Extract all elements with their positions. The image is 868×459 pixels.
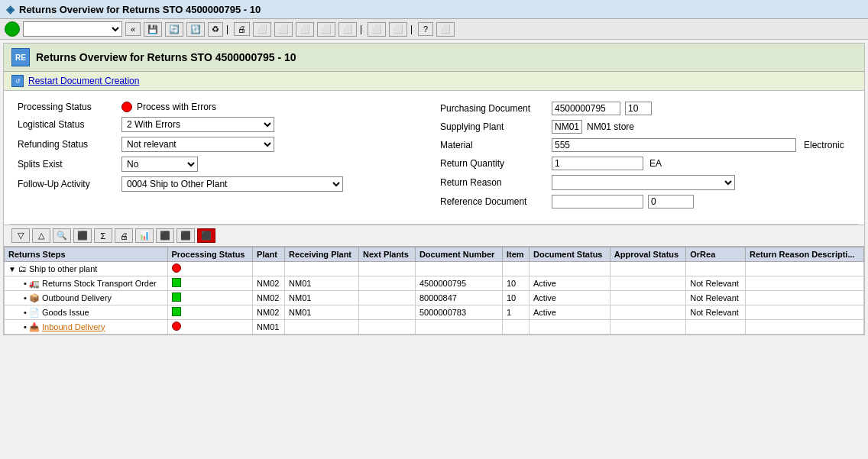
tb2-layout-btn[interactable]: ⬛: [156, 228, 174, 243]
toolbar-btn-b5[interactable]: ⬜: [338, 22, 357, 37]
return-qty-input[interactable]: [552, 157, 643, 170]
doc-num-cell-goods: 5000000783: [415, 305, 502, 320]
inbound-delivery-link[interactable]: Inbound Delivery: [42, 322, 105, 331]
supplying-plant-label: Supplying Plant: [440, 121, 547, 132]
orrea-cell-parent: [686, 262, 746, 276]
toolbar-btn-refresh1[interactable]: 🔄: [165, 22, 183, 37]
page-header-icon-text: RE: [15, 53, 26, 62]
row-icon-outbound: 📦: [29, 293, 40, 302]
toolbar-btn-b1[interactable]: ⬜: [253, 22, 271, 37]
toolbar-btn-b2[interactable]: ⬜: [274, 22, 293, 37]
tb2-filter-btn[interactable]: ▽: [11, 228, 30, 243]
refunding-status-row: Refunding Status Not relevant: [18, 137, 428, 152]
recv-plant-cell-outbound: NM01: [285, 291, 359, 305]
logistical-status-select[interactable]: 2 With Errors: [121, 117, 274, 132]
toolbar-btn-rewind[interactable]: «: [125, 22, 141, 36]
step-cell-outbound: • 📦 Outbound Delivery: [5, 291, 168, 305]
toolbar-btn-refresh2[interactable]: 🔃: [186, 22, 205, 37]
tb2-find-btn[interactable]: 🔍: [53, 228, 71, 243]
page-title: Returns Overview for Returns STO 4500000…: [36, 51, 296, 63]
status-cell-goods: [167, 305, 253, 320]
col-next-plants: Next Plants: [358, 247, 415, 262]
return-reason-select[interactable]: [552, 175, 735, 190]
purchasing-doc-input1[interactable]: [552, 102, 620, 115]
next-plants-cell-sto: [358, 276, 415, 291]
toolbar-btn-custom[interactable]: ⬜: [436, 22, 455, 37]
reference-doc-label: Reference Document: [440, 196, 547, 207]
toolbar-sep3: |: [410, 24, 415, 34]
table-row: • 📄 Goods Issue NM02 NM01 5000000783 1 A…: [5, 305, 864, 320]
toolbar-dropdown[interactable]: [23, 21, 122, 37]
supplying-plant-row: Supplying Plant NM01 store: [440, 120, 850, 134]
approval-cell-goods: [610, 305, 685, 320]
page-header: RE Returns Overview for Returns STO 4500…: [4, 44, 864, 72]
form-right: Purchasing Document Supplying Plant NM01…: [434, 99, 857, 216]
supplying-plant-code-input[interactable]: [552, 120, 582, 134]
tb2-sort-btn[interactable]: ⬛: [73, 228, 92, 243]
tb2-stop-btn[interactable]: ⬛: [197, 228, 215, 243]
status-dot-red-inbound: [172, 322, 181, 331]
row-icon-table: 🗂: [18, 264, 27, 273]
processing-status-row: Processing Status Process with Errors: [18, 102, 428, 112]
follow-up-select[interactable]: 0004 Ship to Other Plant: [121, 176, 343, 192]
material-input[interactable]: [552, 138, 796, 152]
toolbar-btn-b3[interactable]: ⬜: [296, 22, 314, 37]
step-indent4: [8, 322, 24, 331]
reference-doc-input2[interactable]: [648, 195, 694, 208]
main-content: RE Returns Overview for Returns STO 4500…: [3, 43, 865, 335]
col-doc-status: Document Status: [530, 247, 611, 262]
status-cell-inbound: [167, 320, 253, 335]
tb2-export-btn[interactable]: 📊: [135, 228, 154, 243]
toolbar-btn-print[interactable]: 🖨: [234, 22, 250, 36]
return-qty-unit: EA: [649, 158, 662, 169]
tb2-subtotal-btn[interactable]: Σ: [94, 228, 112, 243]
doc-status-cell-parent: [530, 262, 611, 276]
step-indent2: [8, 293, 24, 302]
page-header-icon: RE: [11, 48, 30, 66]
toolbar-btn-help[interactable]: ?: [418, 22, 433, 36]
row-icon-sto: 🚛: [29, 279, 40, 288]
toolbar-btn-refresh3[interactable]: ♻: [208, 22, 223, 37]
main-toolbar: « 💾 🔄 🔃 ♻ | 🖨 ⬜ ⬜ ⬜ ⬜ ⬜ | ⬜ ⬜ | ? ⬜: [0, 19, 868, 40]
returns-table-container: Returns Steps Processing Status Plant Re…: [4, 247, 864, 335]
reference-doc-input1[interactable]: [552, 195, 643, 208]
restart-document-button[interactable]: Restart Document Creation: [28, 76, 139, 86]
purchasing-doc-input2[interactable]: [625, 102, 652, 115]
doc-num-cell-sto: 4500000795: [415, 276, 502, 291]
col-approval-status: Approval Status: [610, 247, 685, 262]
approval-cell-outbound: [610, 291, 685, 305]
tb2-print-btn[interactable]: 🖨: [115, 228, 133, 243]
toolbar-btn-save[interactable]: 💾: [144, 22, 162, 37]
col-orrea: OrRea: [686, 247, 746, 262]
reference-doc-row: Reference Document: [440, 195, 850, 208]
tb2-expand-btn[interactable]: ⬛: [177, 228, 195, 243]
next-plants-cell-goods: [358, 305, 415, 320]
status-cell-sto: [167, 276, 253, 291]
row-icon-inbound: 📥: [29, 322, 40, 331]
material-row: Material Electronic: [440, 138, 850, 152]
step-label-goods: Goods Issue: [42, 308, 89, 317]
step-cell-parent: ▼ 🗂 Ship to other plant: [5, 262, 168, 276]
toolbar-btn-c2[interactable]: ⬜: [389, 22, 407, 37]
doc-status-cell-inbound: [530, 320, 611, 335]
item-cell-outbound: 10: [502, 291, 529, 305]
expand-icon[interactable]: ▼: [8, 265, 16, 273]
form-area: Processing Status Process with Errors Lo…: [4, 91, 864, 224]
toolbar-btn-b4[interactable]: ⬜: [317, 22, 335, 37]
doc-status-cell-goods: Active: [530, 305, 611, 320]
col-return-reason-desc: Return Reason Descripti...: [746, 247, 864, 262]
rr-desc-cell-goods: [746, 305, 864, 320]
doc-num-cell-parent: [415, 262, 502, 276]
orrea-cell-inbound: [686, 320, 746, 335]
toolbar-btn-c1[interactable]: ⬜: [368, 22, 386, 37]
table-header-row: Returns Steps Processing Status Plant Re…: [5, 247, 864, 262]
action-row: ↺ Restart Document Creation: [4, 72, 864, 91]
status-dot-red: [172, 263, 181, 273]
refunding-status-select[interactable]: Not relevant: [121, 137, 274, 152]
returns-table: Returns Steps Processing Status Plant Re…: [4, 247, 864, 335]
row-icon-goods: 📄: [29, 308, 40, 317]
table-row: ▼ 🗂 Ship to other plant: [5, 262, 864, 276]
rr-desc-cell-outbound: [746, 291, 864, 305]
splits-exist-select[interactable]: No: [121, 157, 198, 172]
tb2-up-btn[interactable]: △: [32, 228, 50, 243]
